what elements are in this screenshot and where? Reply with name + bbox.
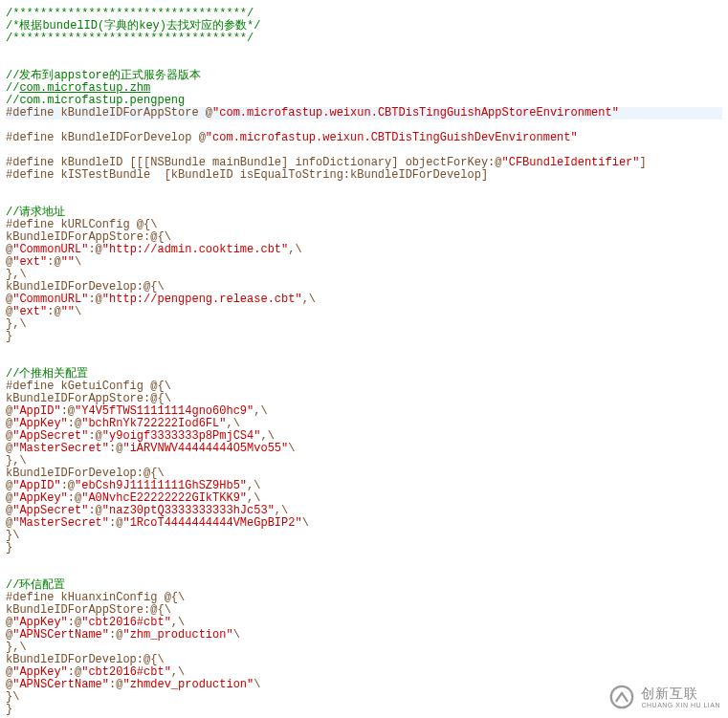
- bundle-link-1: com.microfastup.zhm: [19, 81, 150, 95]
- watermark-zh: 创新互联: [641, 686, 720, 700]
- huanxin-l6: kBundleIDForDevelop:@{\: [6, 653, 165, 666]
- huanxin-comment: //环信配置: [6, 578, 65, 592]
- urlcfg-l10: }: [6, 330, 12, 343]
- huanxin-l9: }\: [6, 690, 19, 704]
- define-istest: #define kISTestBundle [kBundleID isEqual…: [6, 168, 488, 182]
- code-block: /**********************************/ /*根…: [0, 0, 728, 718]
- svg-point-0: [611, 686, 632, 707]
- comment-bar: /**********************************/: [6, 7, 254, 20]
- define-appstore-str: "com.microfastup.weixun.CBTDisTingGuishA…: [212, 106, 619, 120]
- publish-comment: //发布到appstore的正式服务器版本: [6, 69, 201, 82]
- huanxin-l5: },\: [6, 641, 27, 654]
- define-develop-str: "com.microfastup.weixun.CBTDisTingGuishD…: [206, 131, 578, 144]
- define-bundleid-prefix: #define kBundleID [[[NSBundle mainBundle…: [6, 156, 501, 169]
- bundle-link-2: //com.microfastup.pengpeng: [6, 94, 185, 107]
- comment-desc: /*根据bundelID(字典的key)去找对应的参数*/: [6, 19, 260, 33]
- getui-l9: }\: [6, 529, 19, 542]
- getui-comment: //个推相关配置: [6, 367, 88, 381]
- urlcfg-l2: kBundleIDForAppStore:@{\: [6, 230, 171, 244]
- getui-l5: },\: [6, 454, 27, 468]
- huanxin-l2: kBundleIDForAppStore:@{\: [6, 603, 171, 617]
- watermark: 创新互联 CHUANG XIN HU LIAN: [588, 676, 728, 718]
- huanxin-l1: #define kHuanxinConfig @{\: [6, 591, 185, 604]
- urlcfg-l6: kBundleIDForDevelop:@{\: [6, 280, 165, 294]
- urlcfg-l5: },\: [6, 268, 27, 281]
- getui-l2: kBundleIDForAppStore:@{\: [6, 392, 171, 405]
- getui-l10: }: [6, 541, 12, 555]
- getui-l1: #define kGetuiConfig @{\: [6, 380, 171, 393]
- define-bundleid-suffix: ]: [640, 156, 647, 169]
- urlcfg-l9: },\: [6, 317, 27, 331]
- define-appstore-prefix: #define kBundleIDForAppStore @: [6, 106, 212, 120]
- req-addr-comment: //请求地址: [6, 206, 65, 219]
- getui-l6: kBundleIDForDevelop:@{\: [6, 467, 165, 480]
- slash-prefix: //: [6, 81, 19, 95]
- watermark-en: CHUANG XIN HU LIAN: [641, 702, 720, 708]
- huanxin-l10: }: [6, 703, 12, 716]
- define-develop-prefix: #define kBundleIDForDevelop @: [6, 131, 206, 144]
- watermark-text: 创新互联 CHUANG XIN HU LIAN: [641, 686, 720, 708]
- define-bundleid-str: "CFBundleIdentifier": [501, 156, 639, 169]
- urlcfg-l1: #define kURLConfig @{\: [6, 218, 157, 231]
- watermark-logo-icon: [608, 684, 635, 710]
- comment-bar-2: /**********************************/: [6, 32, 254, 45]
